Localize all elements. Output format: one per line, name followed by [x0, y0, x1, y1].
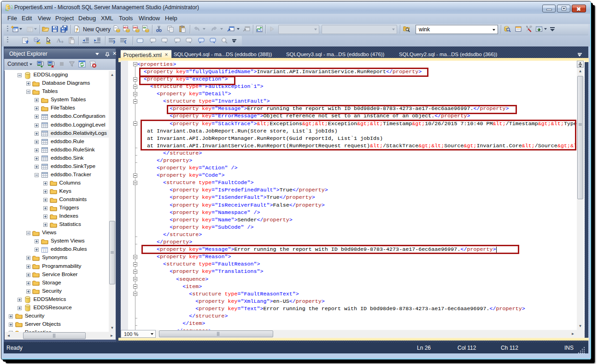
- svg-text:DMX: DMX: [133, 27, 138, 29]
- svg-text:XM: XM: [143, 27, 146, 29]
- svg-text:A: A: [57, 37, 61, 44]
- svg-text:MDX: MDX: [123, 27, 129, 29]
